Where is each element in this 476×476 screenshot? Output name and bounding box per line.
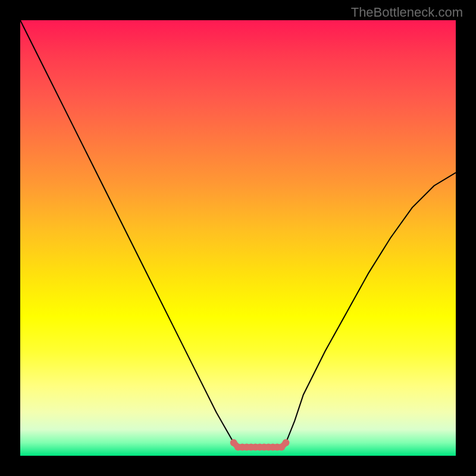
bottleneck-curve — [20, 20, 456, 447]
chart-frame: TheBottleneck.com — [0, 0, 476, 476]
valley-dot — [283, 439, 290, 446]
valley-dots — [230, 439, 290, 450]
attribution-text: TheBottleneck.com — [351, 5, 463, 20]
curve-layer — [20, 20, 456, 456]
plot-area — [20, 20, 456, 456]
